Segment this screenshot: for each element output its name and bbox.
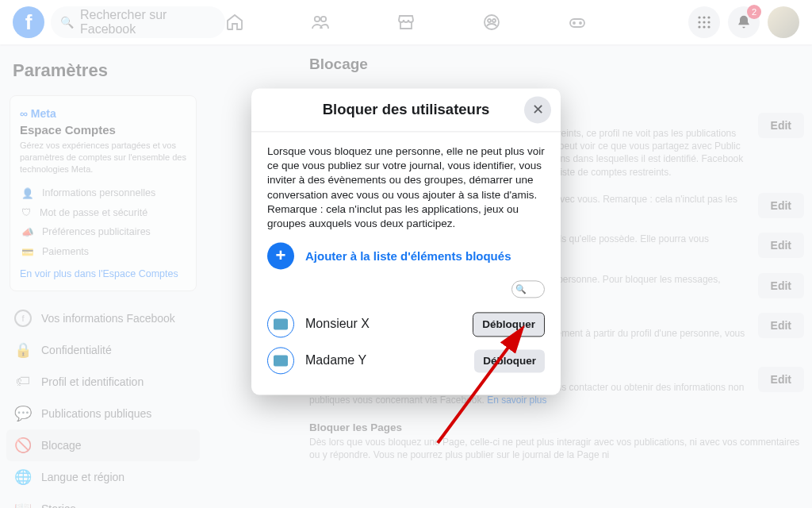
notification-badge: 2 (747, 5, 761, 19)
svg-point-2 (485, 15, 499, 29)
book-icon: 📖 (14, 500, 32, 508)
megaphone-icon: 📣 (21, 226, 34, 238)
user-icon: 👤 (21, 187, 34, 199)
learn-more-link[interactable]: En savoir plus (487, 394, 546, 406)
sidebar-item-info[interactable]: fVos informations Facebook (6, 302, 200, 334)
block-pages: Bloquer les PagesDès lors que vous bloqu… (309, 421, 804, 461)
svg-point-6 (573, 22, 575, 24)
svg-point-1 (321, 17, 326, 21)
edit-button[interactable]: Edit (758, 273, 804, 298)
sidebar-item-privacy[interactable]: 🔒Confidentialité (6, 334, 200, 366)
svg-point-13 (707, 21, 710, 23)
svg-point-14 (698, 25, 700, 28)
svg-point-12 (703, 21, 705, 23)
meta-item-payments[interactable]: 💳Paiements (20, 242, 186, 262)
facebook-circle-icon: f (14, 310, 32, 327)
sidebar-item-blocking[interactable]: 🚫Blocage (6, 429, 200, 461)
close-icon[interactable]: ✕ (524, 96, 551, 123)
svg-point-16 (707, 25, 710, 28)
home-icon[interactable] (224, 11, 246, 33)
meta-card: ∞ Meta Espace Comptes Gérez vos expérien… (10, 95, 197, 291)
svg-point-7 (580, 22, 581, 24)
shield-icon: 🛡 (21, 207, 32, 218)
edit-button[interactable]: Edit (758, 367, 804, 392)
blocked-user-row: Madame Y Débloquer (267, 343, 545, 379)
avatar[interactable] (768, 6, 799, 38)
plus-icon: + (267, 243, 294, 270)
comment-icon: 💬 (14, 405, 32, 422)
sidebar-item-stories[interactable]: 📖Stories (6, 493, 200, 508)
user-name: Madame Y (305, 354, 463, 368)
user-name: Monsieur X (305, 318, 462, 332)
modal-description: Lorsque vous bloquez une personne, elle … (267, 144, 545, 231)
search-input[interactable]: 🔍 Rechercher sur Facebook (51, 6, 225, 38)
page-title: Paramètres (13, 60, 200, 81)
search-toggle[interactable] (511, 281, 545, 298)
tag-icon: 🏷 (14, 373, 32, 391)
edit-button[interactable]: Edit (758, 113, 804, 138)
groups-icon[interactable] (481, 11, 503, 33)
modal-title: Bloquer des utilisateurs (264, 101, 548, 118)
svg-point-4 (492, 19, 496, 22)
search-icon: 🔍 (60, 16, 74, 29)
svg-point-15 (703, 25, 705, 28)
user-avatar-icon (267, 348, 294, 375)
unblock-button[interactable]: Débloquer (474, 349, 545, 372)
meta-item-personal[interactable]: 👤Informations personnelles (20, 183, 186, 203)
blocked-user-row: Monsieur X Débloquer (267, 306, 545, 343)
block-users-modal: Bloquer des utilisateurs ✕ Lorsque vous … (251, 88, 561, 394)
top-right: 2 (688, 6, 799, 38)
gaming-icon[interactable] (566, 11, 588, 33)
meta-item-ads[interactable]: 📣Préférences publicitaires (20, 222, 186, 242)
user-avatar-icon (267, 311, 294, 338)
meta-logo: ∞ Meta (20, 107, 186, 120)
meta-title: Espace Comptes (20, 123, 186, 137)
svg-point-3 (488, 19, 491, 22)
sidebar-item-profile[interactable]: 🏷Profil et identification (6, 366, 200, 398)
svg-point-9 (703, 16, 705, 18)
content-title: Blocage (309, 56, 804, 73)
modal-header: Bloquer des utilisateurs ✕ (251, 88, 561, 132)
unblock-button[interactable]: Débloquer (473, 312, 545, 337)
sidebar: Paramètres ∞ Meta Espace Comptes Gérez v… (0, 44, 206, 508)
edit-button[interactable]: Edit (758, 233, 804, 258)
facebook-logo[interactable]: f (13, 6, 44, 38)
search-placeholder: Rechercher sur Facebook (80, 8, 216, 37)
marketplace-icon[interactable] (395, 11, 417, 33)
nav-center (224, 11, 588, 33)
svg-point-0 (315, 17, 320, 21)
lock-icon: 🔒 (14, 341, 32, 359)
globe-icon: 🌐 (14, 468, 32, 486)
sidebar-item-language[interactable]: 🌐Langue et région (6, 461, 200, 493)
svg-point-11 (698, 21, 700, 23)
svg-point-10 (707, 16, 710, 18)
svg-point-8 (698, 16, 700, 18)
meta-desc: Gérez vos expériences partagées et vos p… (20, 140, 186, 175)
add-label: Ajouter à la liste d'éléments bloqués (305, 249, 511, 263)
block-icon: 🚫 (14, 437, 32, 454)
svg-rect-5 (570, 19, 584, 27)
sidebar-item-public[interactable]: 💬Publications publiques (6, 398, 200, 429)
add-to-block-list[interactable]: + Ajouter à la liste d'éléments bloqués (267, 243, 545, 270)
meta-link[interactable]: En voir plus dans l'Espace Comptes (20, 268, 186, 279)
meta-item-security[interactable]: 🛡Mot de passe et sécurité (20, 203, 186, 222)
notifications-icon[interactable]: 2 (728, 6, 760, 38)
menu-icon[interactable] (688, 6, 720, 38)
topbar: f 🔍 Rechercher sur Facebook 2 (0, 0, 812, 44)
edit-button[interactable]: Edit (758, 193, 804, 218)
friends-icon[interactable] (309, 11, 331, 33)
edit-button[interactable]: Edit (758, 313, 804, 338)
card-icon: 💳 (21, 246, 34, 258)
